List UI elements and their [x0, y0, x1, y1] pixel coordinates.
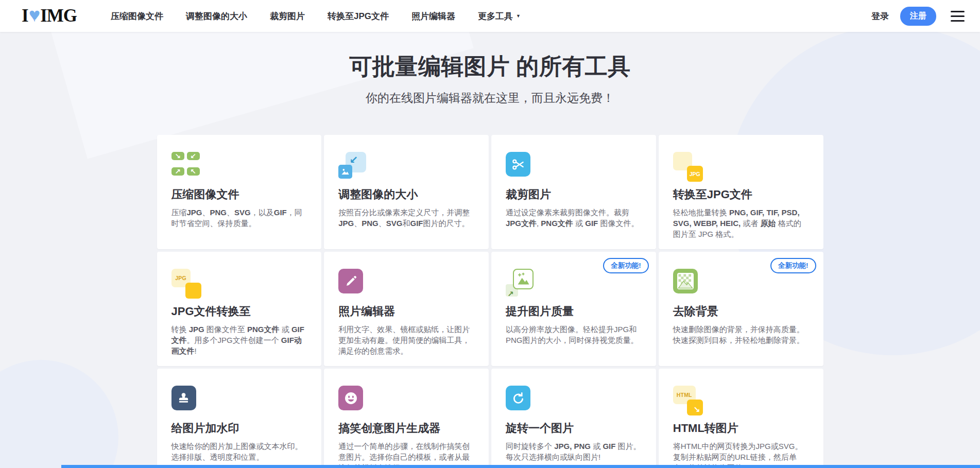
card-title: HTML转图片: [673, 421, 809, 436]
card-title: 旋转一个图片: [506, 421, 642, 436]
html-to-image-icon: HTML ↘: [673, 386, 704, 415]
arrow-down-right-icon: ↘: [171, 152, 184, 160]
tool-card-editor[interactable]: 照片编辑器 利用文字、效果、镜框或贴纸，让图片更加生动有趣。使用简便的编辑工具，…: [324, 252, 489, 366]
logo-text-i: I: [22, 6, 28, 26]
jpg-file-icon: JPG: [687, 166, 703, 182]
from-jpg-icon: JPG: [171, 269, 202, 299]
nav-item-4[interactable]: 照片编辑器: [411, 10, 455, 22]
tool-card-meme[interactable]: 搞笑创意图片生成器 通过一个简单的步骤，在线制作搞笑创意图片。选择你自己的模板，…: [324, 369, 489, 468]
card-title: 搞笑创意图片生成器: [338, 421, 474, 436]
page: I♥IMG 压缩图像文件调整图像的大小裁剪图片转换至JPG文件照片编辑器更多工具…: [0, 0, 980, 468]
main-content: 可批量编辑图片 的所有工具 你的在线图片编辑器就在这里，而且永远免费！ ↘ ↙ …: [0, 51, 980, 468]
to-jpg-icon: JPG: [673, 152, 704, 182]
card-description: 快速给你的图片加上图像或文本水印。选择排版、透明度和位置。: [171, 441, 307, 462]
menu-icon[interactable]: [948, 9, 968, 24]
arrow-down-left-icon: ↙: [349, 153, 358, 166]
card-description: 以高分辨率放大图像。轻松提升JPG和PNG图片的大小，同时保持视觉质量。: [506, 324, 642, 345]
target-file-icon: [185, 283, 201, 299]
page-subtitle: 你的在线图片编辑器就在这里，而且永远免费！: [0, 90, 980, 106]
nav-item-5[interactable]: 更多工具▼: [478, 10, 521, 22]
tool-card-removebg[interactable]: 全新功能! 去除背景 快速删除图像的背景，并保持高质量。快速探测到目标，并轻松地…: [659, 252, 823, 366]
nav-item-2[interactable]: 裁剪图片: [270, 10, 305, 22]
tools-grid: ↘ ↙ ↗ ↖ 压缩图像文件 压缩JPG、PNG、SVG，以及GIF，同时节省空…: [157, 135, 823, 468]
tool-card-tojpg[interactable]: JPG 转换至JPG文件 轻松地批量转换 PNG, GIF, TIF, PSD,…: [659, 135, 823, 249]
main-nav: 压缩图像文件调整图像的大小裁剪图片转换至JPG文件照片编辑器更多工具▼: [111, 10, 521, 22]
card-title: 调整图像的大小: [338, 187, 474, 202]
page-title: 可批量编辑图片 的所有工具: [0, 51, 980, 82]
arrow-up-right-icon: ↗: [507, 290, 514, 298]
card-title: 给图片加水印: [171, 421, 307, 436]
nav-item-1[interactable]: 调整图像的大小: [186, 10, 247, 22]
card-description: 快速删除图像的背景，并保持高质量。快速探测到目标，并轻松地删除背景。: [673, 324, 809, 345]
nav-item-label: 照片编辑器: [411, 10, 455, 22]
nav-item-label: 压缩图像文件: [111, 10, 163, 22]
card-title: 裁剪图片: [506, 187, 642, 202]
header: I♥IMG 压缩图像文件调整图像的大小裁剪图片转换至JPG文件照片编辑器更多工具…: [0, 0, 980, 32]
arrow-down-left-icon: ↙: [187, 152, 200, 160]
tool-card-html[interactable]: HTML ↘ HTML转图片 将HTML中的网页转换为JPG或SVG。复制并粘贴…: [659, 369, 823, 468]
card-title: 转换至JPG文件: [673, 187, 809, 202]
nav-item-0[interactable]: 压缩图像文件: [111, 10, 163, 22]
chevron-down-icon: ▼: [516, 13, 521, 19]
new-feature-badge: 全新功能!: [770, 258, 816, 273]
arrow-down-right-icon: ↘: [687, 400, 703, 415]
login-link[interactable]: 登录: [871, 10, 889, 22]
card-description: 利用文字、效果、镜框或贴纸，让图片更加生动有趣。使用简便的编辑工具，满足你的创意…: [338, 324, 474, 356]
nav-item-label: 更多工具: [478, 10, 513, 22]
tool-card-watermark[interactable]: 给图片加水印 快速给你的图片加上图像或文本水印。选择排版、透明度和位置。: [157, 369, 322, 468]
image-quality-icon: [513, 269, 534, 289]
card-title: 照片编辑器: [338, 304, 474, 319]
scissors-icon: [506, 152, 530, 177]
meme-face-icon: [338, 386, 363, 410]
nav-item-label: 转换至JPG文件: [328, 10, 389, 22]
card-title: 压缩图像文件: [171, 187, 307, 202]
tool-card-crop[interactable]: 裁剪图片 通过设定像素来裁剪图像文件。裁剪 JPG文件, PNG文件 或 GIF…: [491, 135, 656, 249]
card-description: 转换 JPG 图像文件至 PNG文件 或 GIF文件。用多个JPG文件创建一个 …: [171, 324, 307, 356]
remove-background-icon: [673, 269, 698, 293]
resize-image-icon: ↙: [338, 152, 368, 182]
image-thumb-icon: [338, 165, 352, 179]
stamp-icon: [171, 386, 196, 410]
arrow-up-left-icon: ↖: [187, 167, 200, 176]
nav-item-3[interactable]: 转换至JPG文件: [328, 10, 389, 22]
card-description: 通过设定像素来裁剪图像文件。裁剪 JPG文件, PNG文件 或 GIF 图像文件…: [506, 207, 642, 229]
card-title: 去除背景: [673, 304, 809, 319]
header-right: 登录 注册: [871, 7, 968, 26]
rotate-icon: [506, 386, 530, 410]
tool-card-rotate[interactable]: 旋转一个图片 同时旋转多个 JPG, PNG 或 GIF 图片。每次只选择横向或…: [491, 369, 656, 468]
card-description: 通过一个简单的步骤，在线制作搞笑创意图片。选择你自己的模板，或者从最流行的模板中…: [338, 441, 474, 468]
tool-card-fromjpg[interactable]: JPG JPG文件转换至 转换 JPG 图像文件至 PNG文件 或 GIF文件。…: [157, 252, 322, 366]
card-description: 按照百分比或像素来定义尺寸，并调整JPG、PNG、SVG和GIF图片的尺寸。: [338, 207, 474, 229]
card-description: 轻松地批量转换 PNG, GIF, TIF, PSD, SVG, WEBP, H…: [673, 207, 809, 239]
card-description: 将HTML中的网页转换为JPG或SVG。复制并粘贴网页的URL链接，然后单击，将…: [673, 441, 809, 468]
register-button[interactable]: 注册: [900, 7, 936, 26]
arrow-up-right-icon: ↗: [171, 167, 184, 176]
card-title: JPG文件转换至: [171, 304, 307, 319]
nav-item-label: 调整图像的大小: [186, 10, 247, 22]
card-title: 提升图片质量: [506, 304, 642, 319]
bottom-banner-edge: [61, 465, 980, 468]
card-description: 压缩JPG、PNG、SVG，以及GIF，同时节省空间、保持质量。: [171, 207, 307, 229]
logo[interactable]: I♥IMG: [22, 6, 77, 26]
tool-card-resize[interactable]: ↙ 调整图像的大小 按照百分比或像素来定义尺寸，并调整JPG、PNG、SVG和G…: [324, 135, 489, 249]
tool-card-upscale[interactable]: 全新功能! ↗ 提升图片质量 以高分辨率放大图像。轻松提升JPG和PNG图片的大…: [491, 252, 656, 366]
card-description: 同时旋转多个 JPG, PNG 或 GIF 图片。每次只选择横向或纵向图片!: [506, 441, 642, 462]
pencil-icon: [338, 269, 363, 293]
nav-item-label: 裁剪图片: [270, 10, 305, 22]
compress-arrows-icon: ↘ ↙ ↗ ↖: [171, 152, 307, 182]
logo-text-img: IMG: [40, 6, 77, 26]
upscale-image-icon: ↗: [506, 269, 536, 299]
new-feature-badge: 全新功能!: [603, 258, 649, 273]
tool-card-compress[interactable]: ↘ ↙ ↗ ↖ 压缩图像文件 压缩JPG、PNG、SVG，以及GIF，同时节省空…: [157, 135, 322, 249]
